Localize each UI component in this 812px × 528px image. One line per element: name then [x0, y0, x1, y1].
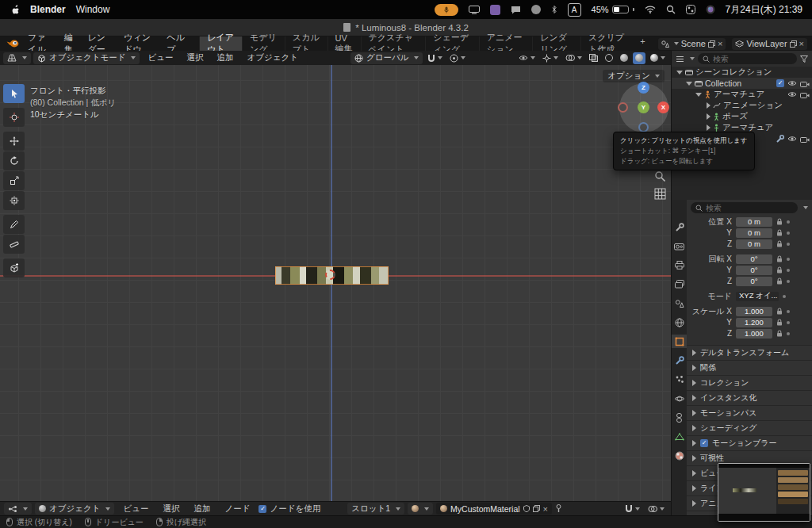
grid-icon[interactable] — [654, 188, 666, 200]
modifier-wrench-icon[interactable] — [776, 135, 784, 143]
tab-modifier-properties[interactable] — [672, 354, 688, 367]
viewport-menu-add[interactable]: 追加 — [211, 51, 239, 65]
viewport-menu-object[interactable]: オブジェクト — [241, 51, 303, 65]
siri-icon[interactable] — [706, 5, 715, 14]
tab-sculpting[interactable]: スカルプト — [285, 36, 327, 51]
section-delta-transform[interactable]: デルタトランスフォーム — [687, 345, 812, 360]
bluetooth-icon[interactable] — [551, 5, 557, 14]
animate-dot[interactable] — [787, 243, 790, 246]
eye-icon[interactable] — [787, 136, 797, 142]
scale-tool[interactable] — [3, 171, 25, 190]
menu-edit[interactable]: 編集 — [59, 36, 82, 51]
proportional-edit-button[interactable] — [447, 52, 468, 64]
outliner-row-armature-object[interactable]: アーマチュア — [672, 89, 812, 100]
pin-icon[interactable] — [555, 504, 562, 513]
screen-recording-preview[interactable] — [718, 463, 810, 522]
section-relations[interactable]: 関係 — [687, 360, 812, 375]
rotate-tool[interactable] — [3, 151, 25, 170]
animate-dot[interactable] — [783, 295, 786, 298]
shader-snapping-button[interactable] — [622, 503, 642, 515]
tab-modeling[interactable]: モデリング — [242, 36, 285, 51]
tab-texture-paint[interactable]: テクスチャペイント — [361, 36, 426, 51]
chevron-down-icon[interactable] — [686, 82, 692, 86]
menu-bar-clock[interactable]: 7月24日(木) 21:39 — [726, 3, 802, 17]
app-menu-window[interactable]: Window — [76, 4, 110, 15]
battery-indicator[interactable]: 45% — [592, 5, 634, 14]
tab-object-properties[interactable] — [672, 335, 688, 348]
shading-solid-button[interactable] — [618, 52, 630, 64]
shader-menu-select[interactable]: 選択 — [157, 502, 185, 516]
menu-window[interactable]: ウィンドウ — [118, 36, 161, 51]
lock-icon[interactable] — [776, 229, 783, 236]
animate-dot[interactable] — [787, 220, 790, 224]
cursor-3d[interactable] — [325, 270, 335, 280]
tab-shading[interactable]: シェーディング — [425, 36, 479, 51]
outliner-row-animation[interactable]: アニメーション — [672, 100, 812, 111]
chevron-right-icon[interactable] — [707, 113, 710, 120]
fake-user-shield-icon[interactable] — [523, 505, 530, 512]
tab-data-properties[interactable] — [672, 430, 688, 443]
scale-y-field[interactable]: 1.200 — [736, 318, 772, 327]
menu-render[interactable]: レンダー — [82, 36, 119, 51]
apple-menu-icon[interactable] — [10, 4, 20, 15]
messages-icon[interactable] — [511, 6, 521, 14]
select-box-tool[interactable] — [3, 84, 25, 103]
add-workspace-button[interactable]: + — [634, 36, 651, 51]
shader-menu-add[interactable]: 追加 — [188, 502, 216, 516]
move-tool[interactable] — [3, 132, 25, 151]
shader-menu-node[interactable]: ノード — [219, 502, 255, 516]
section-motion-paths[interactable]: モーションパス — [687, 405, 812, 420]
view-layer-selector[interactable]: ViewLayer — [732, 38, 807, 50]
section-collections[interactable]: コレクション — [687, 375, 812, 390]
snap-toggle-button[interactable] — [425, 52, 445, 64]
chevron-down-icon[interactable] — [676, 71, 683, 75]
outliner-row-scene-collection[interactable]: シーンコレクション — [672, 67, 812, 78]
new-scene-icon[interactable] — [708, 40, 715, 48]
scale-x-field[interactable]: 1.000 — [736, 307, 772, 316]
collection-checkbox[interactable] — [776, 79, 784, 87]
animate-dot[interactable] — [787, 310, 790, 313]
gizmo-axis-z[interactable]: Z — [638, 82, 649, 94]
motion-blur-checkbox[interactable] — [700, 439, 708, 447]
lock-icon[interactable] — [776, 319, 783, 326]
new-view-layer-icon[interactable] — [790, 40, 797, 48]
animate-dot[interactable] — [787, 321, 790, 324]
annotate-tool[interactable] — [3, 215, 25, 234]
mic-indicator[interactable] — [435, 4, 458, 16]
tab-layout[interactable]: レイアウト — [199, 36, 242, 51]
lock-icon[interactable] — [776, 240, 783, 247]
eye-icon[interactable] — [787, 91, 797, 98]
properties-search[interactable] — [691, 202, 798, 213]
shading-material-button[interactable] — [633, 52, 645, 64]
lock-icon[interactable] — [776, 255, 783, 262]
material-name-field[interactable]: MyCustomMaterial — [436, 503, 552, 515]
status-circle-icon[interactable] — [531, 5, 541, 14]
outliner-editor-icon[interactable] — [676, 55, 684, 63]
lock-icon[interactable] — [776, 218, 783, 225]
unlink-scene-icon[interactable] — [718, 39, 722, 48]
input-source-indicator[interactable]: A — [568, 3, 581, 17]
tab-output-properties[interactable] — [672, 258, 688, 272]
animate-dot[interactable] — [787, 332, 790, 335]
location-y-field[interactable]: 0 m — [736, 228, 772, 238]
gizmo-axis-x-neg[interactable] — [618, 102, 628, 113]
tab-animation[interactable]: アニメーション — [479, 36, 533, 51]
menu-help[interactable]: ヘルプ — [161, 36, 191, 51]
outliner-row-pose[interactable]: ポーズ — [672, 111, 812, 122]
animate-dot[interactable] — [787, 280, 790, 283]
shading-rendered-button[interactable] — [648, 52, 668, 64]
chevron-right-icon[interactable] — [707, 102, 710, 109]
lock-icon[interactable] — [776, 277, 783, 285]
material-browse-button[interactable] — [408, 503, 433, 515]
tab-render-properties[interactable] — [672, 239, 688, 253]
display-mirroring-icon[interactable] — [469, 6, 480, 14]
tab-world-properties[interactable] — [672, 316, 688, 329]
eye-icon[interactable] — [787, 80, 797, 86]
section-motion-blur[interactable]: モーションブラー — [687, 435, 812, 450]
tab-uv-editing[interactable]: UV編集 — [327, 36, 361, 51]
animate-dot[interactable] — [787, 258, 790, 261]
tab-view-layer-properties[interactable] — [672, 277, 688, 291]
scene-selector[interactable]: Scene — [658, 38, 726, 50]
viewport-menu-view[interactable]: ビュー — [142, 51, 178, 65]
scale-z-field[interactable]: 1.000 — [736, 329, 772, 339]
